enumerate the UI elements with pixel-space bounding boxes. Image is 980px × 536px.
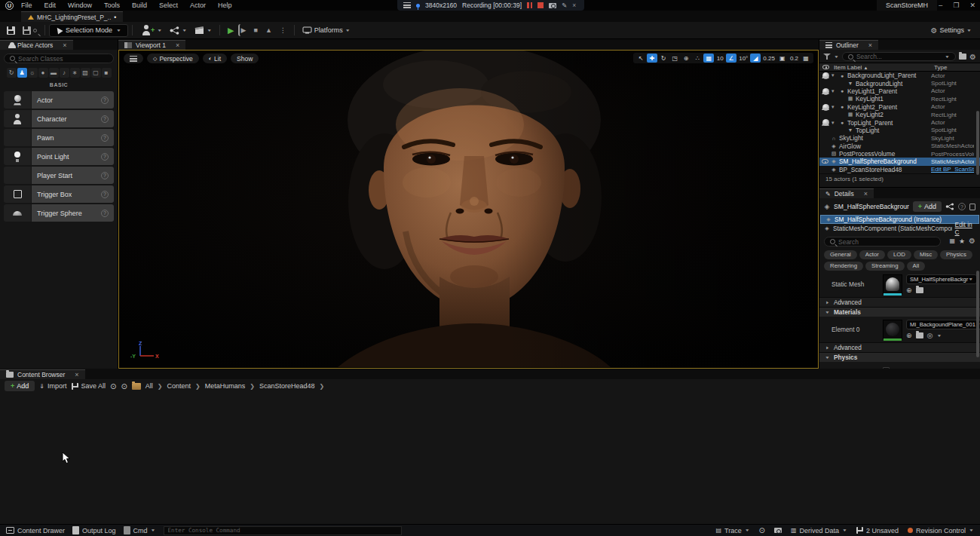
move-tool[interactable]: ✚ xyxy=(647,54,657,63)
pin-icon[interactable] xyxy=(416,4,420,8)
viewport-menu-button[interactable] xyxy=(124,54,143,63)
filter-icon[interactable] xyxy=(823,54,831,60)
audio-icon[interactable]: ♪ xyxy=(60,68,69,78)
visual-effects-icon[interactable]: ∗ xyxy=(70,68,80,78)
camera-speed-icon[interactable]: ▣ xyxy=(777,54,788,63)
output-log-button[interactable]: Output Log xyxy=(72,526,116,534)
help-icon[interactable]: ? xyxy=(958,203,966,210)
save-button[interactable] xyxy=(3,24,19,37)
scale-tool[interactable]: ◳ xyxy=(669,54,680,63)
geometry-icon[interactable]: ▧ xyxy=(81,68,90,78)
select-tool[interactable]: ↖ xyxy=(635,54,646,63)
use-selected-icon[interactable]: ⊕ xyxy=(906,332,912,339)
outliner-row[interactable]: ▦KeyLight2 RectLight xyxy=(819,111,980,118)
source-control-button[interactable] xyxy=(19,24,41,37)
perspective-dropdown[interactable]: ◇Perspective xyxy=(147,54,199,63)
revision-control-dropdown[interactable]: Revision Control▼ xyxy=(908,527,974,534)
material-dropdown[interactable]: MI_BackgoundPlane_001▼ xyxy=(906,320,980,329)
outliner-row[interactable]: ◈SM_HalfSphereBackground StaticMeshActor xyxy=(819,158,980,165)
type-column[interactable]: Type xyxy=(934,64,977,71)
outliner-search[interactable]: ▼ xyxy=(842,52,956,61)
help-icon[interactable]: ? xyxy=(101,210,109,217)
place-actors-search[interactable] xyxy=(4,54,114,63)
lights-icon[interactable]: ☼ xyxy=(28,68,38,78)
close-icon[interactable]: × xyxy=(63,41,66,49)
search-input[interactable] xyxy=(856,53,942,60)
scale-snap-value[interactable]: 0.25 xyxy=(761,54,776,63)
browse-icon[interactable] xyxy=(916,287,923,293)
add-actor-button[interactable]: +▼ xyxy=(136,22,166,38)
breadcrumb-item[interactable]: Content xyxy=(167,382,191,390)
outliner-row[interactable]: ▾●BackgroundLight_Parent Actor xyxy=(819,72,980,79)
place-actor-item[interactable]: Player Start? xyxy=(4,167,114,184)
content-browser-tab[interactable]: Content Browser× xyxy=(0,369,85,379)
outliner-row[interactable]: ▼TopLight SpotLight xyxy=(819,127,980,134)
play-from-here-button[interactable]: ▶ xyxy=(238,24,250,36)
viewport-3d-view[interactable]: ◇Perspective ◐Lit Show ↖ ✚ ↻ ◳ ⊕ ∴ ▦ 10 … xyxy=(118,50,819,369)
breadcrumb-item[interactable]: MetaHumans xyxy=(205,382,246,390)
lock-icon[interactable] xyxy=(969,204,975,210)
outliner-scrollbar[interactable] xyxy=(976,111,979,175)
recently-placed-icon[interactable]: ↻ xyxy=(7,68,17,78)
forward-button[interactable]: ⊙ xyxy=(121,382,127,391)
rotation-snap-toggle[interactable]: ∠ xyxy=(726,54,737,63)
use-selected-icon[interactable]: ⊕ xyxy=(906,286,912,294)
breadcrumb-item[interactable]: All xyxy=(145,382,153,390)
back-button[interactable]: ⊙ xyxy=(110,382,116,391)
outliner-row[interactable]: ▾●KeyLight1_Parent Actor xyxy=(819,87,980,95)
edit-in-blueprint-link[interactable]: Edit in C xyxy=(955,221,975,236)
camera-icon[interactable] xyxy=(549,3,556,8)
show-dropdown[interactable]: Show xyxy=(231,54,259,63)
item-label-column[interactable]: Item Label ▲ xyxy=(834,64,934,71)
outliner-row[interactable]: ▾●TopLight_Parent Actor xyxy=(819,118,980,126)
outliner-row[interactable]: ▧PostProcessVolume PostProcessVolu xyxy=(819,150,980,158)
menu-item[interactable]: Actor xyxy=(190,2,206,9)
details-settings-icon[interactable]: ⚙ xyxy=(969,237,975,245)
filter-chip[interactable]: General xyxy=(824,250,857,259)
outliner-row[interactable]: ◈BP_ScanStoreHead48 Edit BP_ScanSto xyxy=(819,166,980,173)
cmd-dropdown[interactable]: Cmd▼ xyxy=(124,526,156,534)
unsaved-indicator[interactable]: 2 Unsaved xyxy=(856,527,899,534)
platforms-dropdown[interactable]: Platforms▼ xyxy=(299,24,354,36)
expand-arrow-icon[interactable]: ▾ xyxy=(831,88,837,94)
menu-item[interactable]: Help xyxy=(218,2,232,9)
trace-dropdown[interactable]: ▤Trace▼ xyxy=(715,527,749,534)
browse-icon[interactable] xyxy=(916,332,923,338)
help-icon[interactable]: ? xyxy=(101,96,109,104)
menu-item[interactable]: Edit xyxy=(44,2,57,9)
cinematic-icon[interactable]: ▬ xyxy=(49,68,59,78)
help-icon[interactable]: ? xyxy=(101,115,109,123)
breadcrumb-item[interactable]: ScanStoreHead48 xyxy=(259,382,315,390)
cinematics-button[interactable]: ▼ xyxy=(191,24,216,37)
play-options-kebab[interactable]: ⋮ xyxy=(276,24,290,36)
close-recording-icon[interactable]: × xyxy=(572,2,576,9)
add-asset-button[interactable]: +Add xyxy=(5,381,35,391)
menu-item[interactable]: Select xyxy=(159,2,178,9)
advanced-category-2[interactable]: ▼Advanced xyxy=(819,342,980,352)
close-icon[interactable]: × xyxy=(176,41,179,49)
close-icon[interactable]: × xyxy=(868,41,872,49)
close-icon[interactable]: × xyxy=(864,190,868,198)
stop-recording-icon[interactable] xyxy=(537,2,544,8)
filter-chip[interactable]: Actor xyxy=(859,250,885,259)
physics-category[interactable]: ▼Physics xyxy=(819,352,980,362)
menu-item[interactable]: Build xyxy=(132,2,147,9)
menu-item[interactable]: Tools xyxy=(104,2,120,9)
component-row[interactable]: ◈ StaticMeshComponent (StaticMeshCompone… xyxy=(819,224,980,233)
rotation-snap-value[interactable]: 10° xyxy=(737,54,749,63)
outliner-settings-icon[interactable]: ⚙ xyxy=(969,53,976,61)
expand-arrow-icon[interactable]: ▾ xyxy=(831,104,837,110)
stop-button[interactable]: ■ xyxy=(250,24,261,36)
details-scrollbar[interactable] xyxy=(976,271,979,357)
static-mesh-dropdown[interactable]: SM_HalfSphereBackgr▼ xyxy=(906,274,977,284)
hamburger-icon[interactable] xyxy=(403,2,411,8)
help-icon[interactable]: ? xyxy=(101,134,109,142)
place-actor-item[interactable]: Point Light? xyxy=(4,148,114,165)
minimize-button[interactable]: – xyxy=(939,2,942,9)
blueprint-convert-icon[interactable] xyxy=(945,203,954,210)
details-search[interactable] xyxy=(824,237,941,247)
place-actor-item[interactable]: Trigger Box? xyxy=(4,185,114,203)
save-all-button[interactable]: Save All xyxy=(72,382,106,390)
search-input[interactable] xyxy=(18,55,108,63)
derived-data-dropdown[interactable]: ▥Derived Data▼ xyxy=(791,527,847,534)
